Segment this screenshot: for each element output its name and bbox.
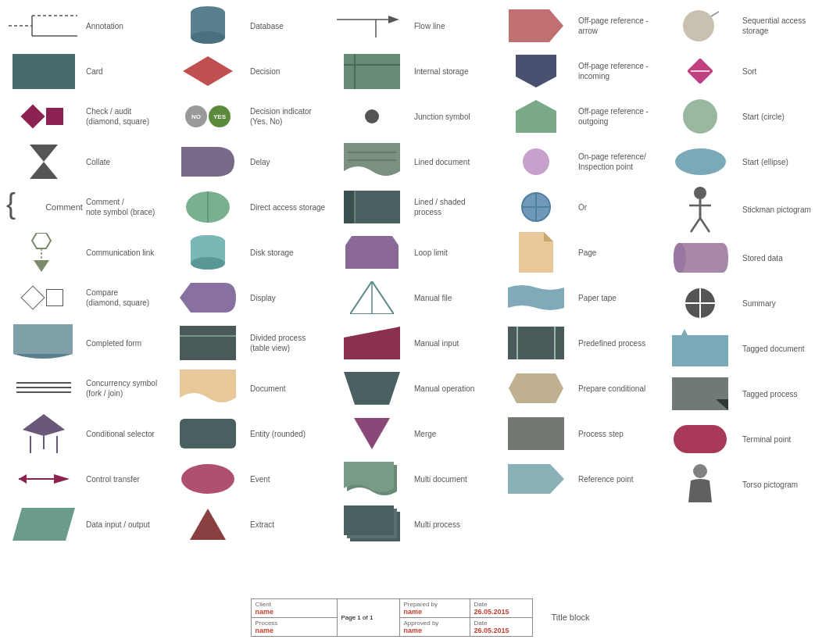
reference-point-svg (508, 464, 564, 494)
stickman-label: Stickman pictogram (739, 205, 822, 215)
compare-item: Compare(diamond, square) (3, 275, 167, 320)
manual-op-shape (333, 369, 411, 408)
collate-label: Collate (83, 157, 166, 167)
offpage-outgoing-label: Off-page reference -outgoing (575, 106, 658, 127)
column-2: Database Decision NO YES Decision indica… (167, 3, 331, 547)
start-circle-shape-el (683, 99, 717, 134)
manual-op-svg (344, 372, 400, 405)
disk-storage-item: Disk storage (167, 230, 331, 275)
torso-shape (661, 465, 739, 504)
control-transfer-label: Control transfer (83, 474, 166, 484)
delay-item: Delay (167, 139, 331, 184)
delay-label: Delay (247, 157, 330, 167)
svg-rect-69 (508, 417, 564, 450)
terminal-label: Terminal point (739, 434, 822, 445)
loop-limit-label: Loop limit (411, 248, 494, 258)
offpage-arrow-shape (497, 6, 575, 45)
stored-data-item: Stored data (659, 235, 824, 280)
offpage-arrow-label: Off-page reference -arrow (575, 16, 658, 36)
commlink-svg (29, 233, 59, 272)
client-label: Client (255, 601, 332, 608)
tagged-process-shape (661, 374, 739, 413)
internal-storage-svg (344, 54, 400, 89)
comment-svg: { (5, 191, 44, 223)
lined-doc-item: Lined document (331, 139, 495, 184)
flowline-shape (333, 6, 411, 45)
svg-marker-68 (509, 373, 563, 403)
manual-input-svg (344, 327, 400, 359)
start-ellipse-shape (661, 142, 739, 181)
offpage-incoming-item: Off-page reference -incoming (495, 48, 659, 94)
decision-svg (183, 56, 234, 86)
annotation-shape (5, 6, 83, 45)
divided-process-svg (180, 326, 236, 360)
comment-item: { Comment Comment /note symbol (brace) (3, 184, 167, 230)
svg-marker-70 (508, 464, 564, 494)
svg-point-88 (693, 464, 707, 478)
svg-rect-34 (180, 419, 236, 448)
or-shape (497, 188, 575, 227)
lined-shaded-svg (344, 191, 400, 223)
loop-limit-item: Loop limit (331, 230, 495, 275)
svg-rect-87 (674, 425, 727, 453)
prepare-shape (497, 369, 575, 408)
sort-shape (661, 52, 739, 91)
lined-doc-label: Lined document (411, 157, 494, 167)
svg-line-72 (711, 12, 719, 16)
manual-input-item: Manual input (331, 320, 495, 366)
conditional-item: Conditional selector (3, 411, 167, 456)
manual-file-shape (333, 278, 411, 317)
event-item: Event (167, 456, 331, 502)
prepare-item: Prepare conditional (495, 366, 659, 411)
lined-doc-svg (344, 143, 400, 180)
event-shape (169, 459, 247, 498)
concurrency-svg (16, 380, 71, 396)
decision-shape (169, 52, 247, 91)
card-shape (5, 52, 83, 91)
manual-input-label: Manual input (411, 338, 494, 348)
control-transfer-item: Control transfer (3, 456, 167, 502)
decision-item: Decision (167, 48, 331, 94)
display-label: Display (247, 293, 330, 303)
sort-label: Sort (739, 66, 822, 77)
decision-indicator-item: NO YES Decision indicator(Yes, No) (167, 94, 331, 139)
prepared-label: Prepared by (403, 601, 465, 608)
title-block-label-text: Title block (548, 612, 589, 623)
reference-point-shape (497, 459, 575, 498)
prepare-svg (509, 373, 563, 403)
database-label: Database (247, 21, 330, 31)
stickman-shape (661, 191, 739, 230)
conditional-shape (5, 414, 83, 453)
onpage-ref-shape (497, 142, 575, 181)
flowline-svg (337, 10, 407, 41)
svg-rect-10 (13, 324, 73, 354)
junction-shape (333, 97, 411, 136)
paper-tape-shape (497, 278, 575, 317)
card-item: Card (3, 48, 167, 94)
collate-shape (5, 142, 83, 181)
multi-doc-label: Multi document (411, 474, 494, 484)
svg-marker-84 (672, 329, 728, 366)
date-label: Date (474, 601, 527, 608)
entity-item: Entity (rounded) (167, 411, 331, 456)
multi-process-item: Multi process (331, 502, 495, 547)
junction-circle (365, 109, 379, 123)
stickman-item: Stickman pictogram (659, 184, 824, 235)
comment-text: Comment (45, 202, 83, 212)
multi-doc-shape (333, 459, 411, 498)
data-io-shape (5, 505, 83, 544)
document-label: Document (247, 384, 330, 394)
lined-doc-shape (333, 142, 411, 181)
tagged-doc-label: Tagged document (739, 344, 822, 354)
offpage-arrow-svg (509, 9, 563, 42)
predefined-shape (497, 323, 575, 363)
decision-label: Decision (247, 66, 330, 77)
database-svg (187, 5, 230, 48)
page-svg (519, 232, 553, 273)
merge-label: Merge (411, 429, 494, 439)
svg-marker-48 (345, 236, 399, 269)
commlink-item: Communication link (3, 230, 167, 275)
client-value: name (255, 608, 332, 616)
display-svg (180, 283, 236, 313)
svg-marker-19 (54, 474, 70, 484)
